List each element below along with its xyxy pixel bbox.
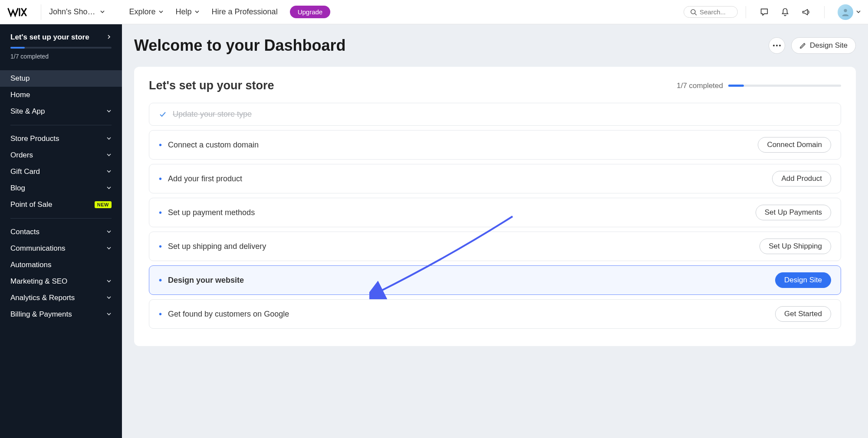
design-site-task-button[interactable]: Design Site xyxy=(775,272,831,288)
sidebar-item-billing[interactable]: Billing & Payments xyxy=(0,306,122,323)
chevron-down-icon xyxy=(106,167,112,176)
task-label: Get found by customers on Google xyxy=(168,310,289,319)
sidebar-item-label: Contacts xyxy=(10,228,39,236)
nav-explore[interactable]: Explore xyxy=(129,7,164,16)
task-design-website[interactable]: •Design your website Design Site xyxy=(149,265,841,295)
connect-domain-button[interactable]: Connect Domain xyxy=(758,137,831,153)
sidebar-item-label: Home xyxy=(10,91,30,99)
sidebar-item-label: Store Products xyxy=(10,134,59,143)
setup-card: Let's set up your store 1/7 completed Up… xyxy=(134,67,856,346)
sidebar-item-contacts[interactable]: Contacts xyxy=(0,224,122,240)
design-site-button[interactable]: Design Site xyxy=(791,37,856,54)
sidebar-item-label: Blog xyxy=(10,184,25,193)
chevron-down-icon xyxy=(106,277,112,286)
svg-point-1 xyxy=(844,9,847,12)
site-name: John's Sho… xyxy=(49,7,95,16)
card-progress-track xyxy=(728,85,841,87)
set-up-payments-button[interactable]: Set Up Payments xyxy=(756,205,831,220)
sidebar-item-label: Analytics & Reports xyxy=(10,294,75,302)
page-title: Welcome to your Dashboard xyxy=(134,36,345,55)
sidebar-item-label: Orders xyxy=(10,151,33,160)
top-bar: John's Sho… Explore Help Hire a Professi… xyxy=(0,0,868,24)
svg-point-3 xyxy=(776,45,778,46)
sidebar-item-blog[interactable]: Blog xyxy=(0,180,122,196)
divider xyxy=(10,125,112,125)
chat-icon[interactable] xyxy=(758,6,770,18)
chevron-down-icon xyxy=(106,107,112,116)
divider xyxy=(824,6,825,18)
sidebar: Let's set up your store 1/7 completed Se… xyxy=(0,24,122,438)
sidebar-item-label: Billing & Payments xyxy=(10,310,72,319)
sidebar-item-analytics[interactable]: Analytics & Reports xyxy=(0,290,122,306)
sidebar-item-communications[interactable]: Communications xyxy=(0,240,122,257)
task-add-product[interactable]: •Add your first product Add Product xyxy=(149,164,841,193)
avatar[interactable] xyxy=(838,4,853,20)
chevron-down-icon xyxy=(106,228,112,236)
sidebar-item-label: Gift Card xyxy=(10,167,40,176)
chevron-down-icon xyxy=(106,294,112,302)
search-icon xyxy=(690,9,697,16)
task-update-store-type[interactable]: Update your store type xyxy=(149,103,841,126)
sidebar-item-setup[interactable]: Setup xyxy=(0,70,122,87)
chevron-right-icon xyxy=(106,33,112,42)
task-shipping[interactable]: •Set up shipping and delivery Set Up Shi… xyxy=(149,232,841,261)
wix-logo[interactable] xyxy=(7,7,33,17)
site-picker[interactable]: John's Sho… xyxy=(49,7,105,16)
nav-help[interactable]: Help xyxy=(176,7,200,16)
svg-point-4 xyxy=(779,45,781,46)
card-title: Let's set up your store xyxy=(149,79,274,92)
sidebar-item-home[interactable]: Home xyxy=(0,87,122,103)
more-actions-button[interactable] xyxy=(769,37,785,54)
sidebar-progress[interactable]: Let's set up your store 1/7 completed xyxy=(0,33,122,67)
sidebar-progress-title: Let's set up your store xyxy=(10,33,89,42)
task-connect-domain[interactable]: •Connect a custom domain Connect Domain xyxy=(149,130,841,160)
sidebar-item-label: Automations xyxy=(10,261,52,269)
upgrade-button[interactable]: Upgrade xyxy=(290,6,331,18)
task-label: Set up shipping and delivery xyxy=(168,242,266,251)
check-icon xyxy=(159,111,167,118)
add-product-button[interactable]: Add Product xyxy=(772,171,831,186)
chevron-down-icon xyxy=(106,310,112,319)
svg-point-2 xyxy=(773,45,775,46)
design-site-label: Design Site xyxy=(810,41,848,50)
task-label: Update your store type xyxy=(173,110,252,119)
new-badge: NEW xyxy=(95,201,112,208)
set-up-shipping-button[interactable]: Set Up Shipping xyxy=(760,239,831,254)
chevron-down-icon xyxy=(106,134,112,143)
divider xyxy=(746,6,746,18)
chevron-down-icon xyxy=(158,7,164,16)
sidebar-item-label: Marketing & SEO xyxy=(10,277,67,286)
task-label: Set up payment methods xyxy=(168,208,255,217)
sidebar-item-label: Site & App xyxy=(10,107,45,116)
sidebar-item-label: Setup xyxy=(10,74,30,83)
sidebar-progress-sub: 1/7 completed xyxy=(10,53,112,60)
sidebar-item-marketing[interactable]: Marketing & SEO xyxy=(0,273,122,290)
sidebar-item-automations[interactable]: Automations xyxy=(0,257,122,273)
chevron-down-icon xyxy=(106,184,112,193)
search-input-wrapper[interactable] xyxy=(684,6,738,18)
sidebar-item-gift-card[interactable]: Gift Card xyxy=(0,163,122,180)
sidebar-item-point-of-sale[interactable]: Point of SaleNEW xyxy=(0,196,122,213)
sidebar-item-orders[interactable]: Orders xyxy=(0,147,122,163)
pencil-icon xyxy=(799,42,806,49)
sidebar-item-store-products[interactable]: Store Products xyxy=(0,131,122,147)
task-google[interactable]: •Get found by customers on Google Get St… xyxy=(149,299,841,329)
sidebar-item-label: Point of Sale xyxy=(10,200,52,209)
chevron-down-icon[interactable] xyxy=(856,8,861,16)
sidebar-progress-track xyxy=(10,47,112,49)
sidebar-item-site-app[interactable]: Site & App xyxy=(0,103,122,120)
task-payments[interactable]: •Set up payment methods Set Up Payments xyxy=(149,198,841,227)
divider xyxy=(10,218,112,219)
chevron-down-icon xyxy=(100,7,105,16)
task-label: Add your first product xyxy=(168,174,242,183)
get-started-button[interactable]: Get Started xyxy=(775,306,831,322)
chevron-down-icon xyxy=(106,151,112,160)
nav-help-label: Help xyxy=(176,7,192,16)
announcement-icon[interactable] xyxy=(800,6,812,18)
svg-point-0 xyxy=(691,10,695,14)
nav-explore-label: Explore xyxy=(129,7,156,16)
nav-hire[interactable]: Hire a Professional xyxy=(212,7,278,16)
main-content: Welcome to your Dashboard Design Site Le… xyxy=(122,24,868,438)
search-input[interactable] xyxy=(700,8,730,16)
bell-icon[interactable] xyxy=(779,6,791,18)
